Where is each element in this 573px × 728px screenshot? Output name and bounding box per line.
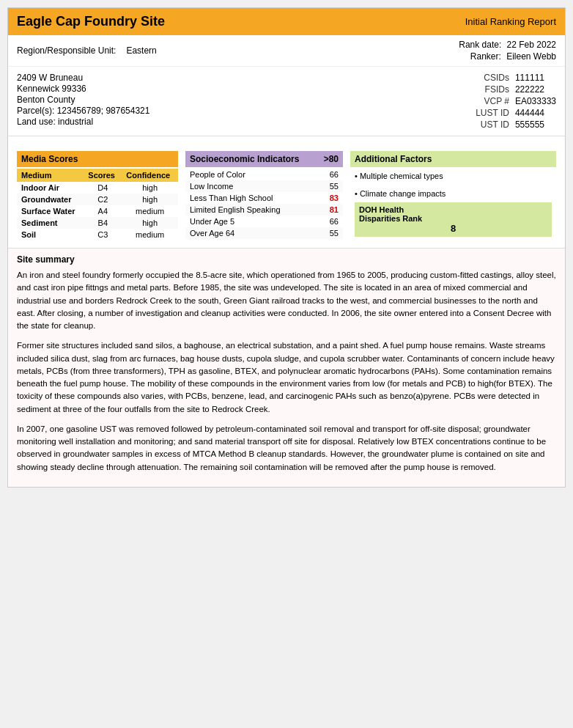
media-medium: Surface Water [17, 205, 84, 217]
fsids-row: FSIDs 222222 [469, 84, 556, 95]
lust-row: LUST ID 444444 [469, 108, 556, 118]
media-score: C3 [84, 229, 122, 240]
fsids-value: 222222 [515, 84, 544, 95]
address-left: 2409 W Bruneau Kennewick 99336 Benton Co… [17, 73, 149, 130]
additional-factors-header: Additional Factors [350, 151, 556, 167]
media-score: C2 [84, 194, 122, 205]
socio-name: People of Color [185, 169, 319, 180]
doh-health-label: DOH Health [359, 205, 547, 214]
socioeconomic-threshold: >80 [324, 154, 339, 164]
ust-label: UST ID [469, 120, 509, 130]
address-line5: Land use: industrial [17, 117, 149, 127]
address-section: 2409 W Bruneau Kennewick 99336 Benton Co… [8, 67, 565, 136]
socio-value: 55 [319, 180, 343, 192]
rank-date-value: 22 Feb 2022 [507, 40, 556, 50]
media-confidence: high [122, 194, 178, 205]
additional-bullet-2: • Climate change impacts [355, 189, 552, 198]
socio-name: Under Age 5 [185, 216, 319, 227]
page-title: Eagle Cap Foundry Site [17, 14, 165, 29]
doh-disparities-label: Disparities Rank [359, 214, 547, 223]
lust-label: LUST ID [469, 108, 509, 118]
media-confidence: medium [122, 205, 178, 217]
media-medium: Soil [17, 229, 84, 240]
media-score: B4 [84, 217, 122, 229]
col-scores: Scores [84, 169, 122, 182]
socio-name: Limited English Speaking [185, 204, 319, 216]
media-confidence: high [122, 182, 178, 194]
vcp-value: EA033333 [515, 96, 556, 106]
media-medium: Sediment [17, 217, 84, 229]
socio-table-row: People of Color 66 [185, 169, 343, 180]
csids-value: 111111 [515, 73, 544, 83]
site-summary-section: Site summary An iron and steel foundry f… [8, 249, 565, 487]
socioeconomic-title: Socioeconomic Indicators [190, 154, 299, 164]
site-summary-para-2: Former site structures included sand sil… [17, 339, 556, 416]
doh-health-box: DOH Health Disparities Rank 8 [355, 202, 552, 237]
socio-value: 81 [319, 204, 343, 216]
socio-value: 83 [319, 192, 343, 204]
address-right: CSIDs 111111 FSIDs 222222 VCP # EA033333… [469, 73, 556, 130]
media-table-row: Indoor Air D4 high [17, 182, 178, 194]
col-confidence: Confidence [122, 169, 178, 182]
socio-table-row: Under Age 5 66 [185, 216, 343, 227]
site-summary-para-3: In 2007, one gasoline UST was removed fo… [17, 423, 556, 474]
header: Eagle Cap Foundry Site Initial Ranking R… [8, 8, 565, 35]
media-scores-table: Medium Scores Confidence Indoor Air D4 h… [17, 169, 178, 240]
additional-bullet-1: • Multiple chemical types [355, 172, 552, 180]
address-line3: Benton County [17, 95, 149, 105]
media-table-row: Surface Water A4 medium [17, 205, 178, 217]
additional-factors-panel: Additional Factors • Multiple chemical t… [350, 151, 556, 240]
socio-table-row: Over Age 64 55 [185, 227, 343, 239]
socio-value: 55 [319, 227, 343, 239]
doh-disparities-value: 8 [359, 223, 547, 234]
region-row: Region/Responsible Unit: Eastern [17, 40, 157, 62]
socio-table-row: Less Than High School 83 [185, 192, 343, 204]
socio-name: Over Age 64 [185, 227, 319, 239]
rank-date-row: Rank date: 22 Feb 2022 [459, 40, 556, 50]
address-line2: Kennewick 99336 [17, 84, 149, 94]
socio-name: Low Income [185, 180, 319, 192]
media-scores-panel: Media Scores Medium Scores Confidence In… [17, 151, 178, 240]
media-scores-header: Media Scores [17, 151, 178, 167]
vcp-row: VCP # EA033333 [469, 96, 556, 106]
ranker-label: Ranker: [470, 51, 501, 62]
address-line4: Parcel(s): 123456789; 987654321 [17, 106, 149, 116]
socio-table-row: Low Income 55 [185, 180, 343, 192]
fsids-label: FSIDs [469, 84, 509, 95]
report-type: Initial Ranking Report [465, 16, 556, 27]
socio-value: 66 [319, 216, 343, 227]
socioeconomic-header: Socioeconomic Indicators >80 [185, 151, 343, 167]
socio-value: 66 [319, 169, 343, 180]
media-table-row: Groundwater C2 high [17, 194, 178, 205]
address-line1: 2409 W Bruneau [17, 73, 149, 83]
rank-date-label: Rank date: [459, 40, 501, 50]
region-value: Eastern [126, 45, 156, 56]
scores-section: Media Scores Medium Scores Confidence In… [8, 144, 565, 249]
media-table-row: Sediment B4 high [17, 217, 178, 229]
media-confidence: high [122, 217, 178, 229]
media-score: A4 [84, 205, 122, 217]
site-summary-para-1: An iron and steel foundry formerly occup… [17, 269, 556, 332]
col-medium: Medium [17, 169, 84, 182]
ranker-value: Eileen Webb [506, 51, 556, 62]
site-summary-header: Site summary [17, 254, 556, 265]
csids-label: CSIDs [469, 73, 509, 83]
media-score: D4 [84, 182, 122, 194]
ust-value: 555555 [515, 120, 544, 130]
socio-table: People of Color 66 Low Income 55 Less Th… [185, 169, 343, 239]
page: Eagle Cap Foundry Site Initial Ranking R… [7, 7, 566, 488]
additional-factors-content: • Multiple chemical types • Climate chan… [350, 169, 556, 240]
csids-row: CSIDs 111111 [469, 73, 556, 83]
socio-table-row: Limited English Speaking 81 [185, 204, 343, 216]
vcp-label: VCP # [469, 96, 509, 106]
region-label: Region/Responsible Unit: [17, 45, 116, 56]
media-confidence: medium [122, 229, 178, 240]
media-medium: Indoor Air [17, 182, 84, 194]
ust-row: UST ID 555555 [469, 120, 556, 130]
lust-value: 444444 [515, 108, 544, 118]
socioeconomic-panel: Socioeconomic Indicators >80 People of C… [185, 151, 343, 240]
media-table-row: Soil C3 medium [17, 229, 178, 240]
ranker-row: Ranker: Eileen Webb [470, 51, 556, 62]
media-medium: Groundwater [17, 194, 84, 205]
socio-name: Less Than High School [185, 192, 319, 204]
